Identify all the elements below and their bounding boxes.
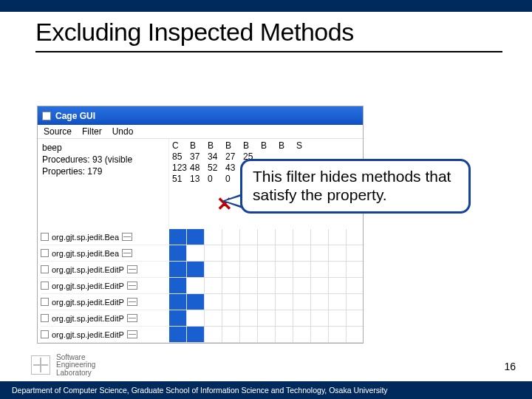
top-blue-bar (0, 0, 532, 12)
matrix-cell[interactable] (311, 327, 329, 342)
matrix-cell[interactable] (187, 245, 205, 261)
matrix-cell[interactable] (169, 294, 187, 310)
matrix-cell[interactable] (258, 310, 276, 326)
menu-undo[interactable]: Undo (112, 126, 134, 137)
matrix-cell[interactable] (293, 245, 311, 261)
matrix-cell[interactable] (276, 310, 293, 326)
matrix-cell[interactable] (258, 327, 276, 342)
slide-title: Excluding Inspected Methods (35, 18, 502, 47)
matrix-cell[interactable] (258, 245, 276, 261)
matrix-cell[interactable] (222, 245, 240, 261)
list-item[interactable]: org.gjt.sp.jedit.Bea (41, 229, 169, 245)
checkbox-icon[interactable] (41, 314, 49, 322)
matrix-cell[interactable] (205, 310, 222, 326)
menu-filter[interactable]: Filter (82, 126, 102, 137)
matrix-cell[interactable] (169, 229, 187, 245)
list-item[interactable]: org.gjt.sp.jedit.EditP (41, 262, 169, 278)
title-rule (35, 51, 502, 52)
matrix-cell[interactable] (276, 245, 293, 261)
matrix-cell[interactable] (311, 310, 329, 326)
matrix-cell[interactable] (311, 278, 329, 293)
matrix-cell[interactable] (205, 262, 222, 277)
matrix-cell[interactable] (293, 262, 311, 277)
matrix-cell[interactable] (240, 278, 258, 293)
checkbox-icon[interactable] (41, 249, 49, 257)
matrix-cell[interactable] (293, 229, 311, 245)
matrix-cell[interactable] (169, 327, 187, 342)
app-window: Cage GUI Source Filter Undo beep Procedu… (37, 106, 364, 344)
checkbox-icon[interactable] (41, 298, 49, 306)
matrix-cell[interactable] (329, 310, 347, 326)
matrix-cell[interactable] (258, 278, 276, 293)
envelope-icon (122, 249, 132, 257)
matrix-cell[interactable] (240, 294, 258, 310)
checkbox-icon[interactable] (41, 265, 49, 273)
matrix-cell[interactable] (311, 262, 329, 277)
matrix-cell[interactable] (187, 278, 205, 293)
matrix-cell[interactable] (276, 294, 293, 310)
matrix-cell[interactable] (187, 294, 205, 310)
matrix-cell[interactable] (187, 327, 205, 342)
hdr-cell: B (208, 140, 222, 151)
matrix-cell[interactable] (276, 327, 293, 342)
list-item[interactable]: org.gjt.sp.jedit.EditP (41, 294, 169, 310)
matrix-cell[interactable] (187, 262, 205, 277)
checkbox-icon[interactable] (41, 233, 49, 241)
matrix-cell[interactable] (205, 327, 222, 342)
matrix-cell[interactable] (222, 294, 240, 310)
matrix-cell[interactable] (311, 245, 329, 261)
matrix-cell[interactable] (276, 278, 293, 293)
matrix-cell[interactable] (240, 229, 258, 245)
matrix-cell[interactable] (169, 278, 187, 293)
matrix-cell[interactable] (329, 245, 347, 261)
table-row (169, 229, 363, 245)
summary-line-props: Properties: 179 (42, 166, 166, 177)
matrix-cell[interactable] (329, 262, 347, 277)
matrix-cell[interactable] (205, 229, 222, 245)
matrix-cell[interactable] (293, 294, 311, 310)
matrix-cell[interactable] (311, 294, 329, 310)
matrix-cell[interactable] (311, 229, 329, 245)
matrix-cell[interactable] (329, 327, 347, 342)
checkbox-icon[interactable] (41, 282, 49, 290)
matrix-cell[interactable] (329, 294, 347, 310)
matrix-cell[interactable] (222, 310, 240, 326)
matrix-cell[interactable] (293, 327, 311, 342)
list-item[interactable]: org.gjt.sp.jedit.EditP (41, 278, 169, 294)
matrix-cell[interactable] (329, 229, 347, 245)
window-title: Cage GUI (55, 111, 95, 121)
matrix-cell[interactable] (222, 229, 240, 245)
checkbox-icon[interactable] (41, 330, 49, 338)
matrix-cell[interactable] (222, 278, 240, 293)
menu-source[interactable]: Source (44, 126, 72, 137)
matrix-cell[interactable] (205, 294, 222, 310)
matrix-cell[interactable] (276, 262, 293, 277)
matrix-cell[interactable] (240, 327, 258, 342)
matrix-cell[interactable] (240, 262, 258, 277)
matrix-cell[interactable] (187, 229, 205, 245)
list-item[interactable]: org.gjt.sp.jedit.EditP (41, 310, 169, 327)
summary-spacer (42, 177, 166, 229)
matrix-cell[interactable] (258, 294, 276, 310)
matrix-cell[interactable] (240, 245, 258, 261)
matrix-cell[interactable] (169, 245, 187, 261)
matrix-cell[interactable] (240, 310, 258, 326)
list-item[interactable]: org.gjt.sp.jedit.EditP (41, 327, 169, 343)
matrix-cell[interactable] (205, 245, 222, 261)
callout-text: This filter hides methods that satisfy t… (253, 168, 451, 203)
list-item[interactable]: org.gjt.sp.jedit.Bea (41, 245, 169, 262)
matrix-cell[interactable] (276, 229, 293, 245)
matrix-cell[interactable] (187, 310, 205, 326)
matrix-cell[interactable] (169, 262, 187, 277)
matrix-cell[interactable] (293, 310, 311, 326)
matrix-cell[interactable] (169, 310, 187, 326)
matrix-cell[interactable] (222, 262, 240, 277)
hdr-cell: 0 (225, 174, 240, 185)
footer-text: Department of Computer Science, Graduate… (12, 386, 388, 395)
matrix-cell[interactable] (293, 278, 311, 293)
matrix-cell[interactable] (258, 262, 276, 277)
matrix-cell[interactable] (329, 278, 347, 293)
matrix-cell[interactable] (258, 229, 276, 245)
matrix-cell[interactable] (205, 278, 222, 293)
matrix-cell[interactable] (222, 327, 240, 342)
